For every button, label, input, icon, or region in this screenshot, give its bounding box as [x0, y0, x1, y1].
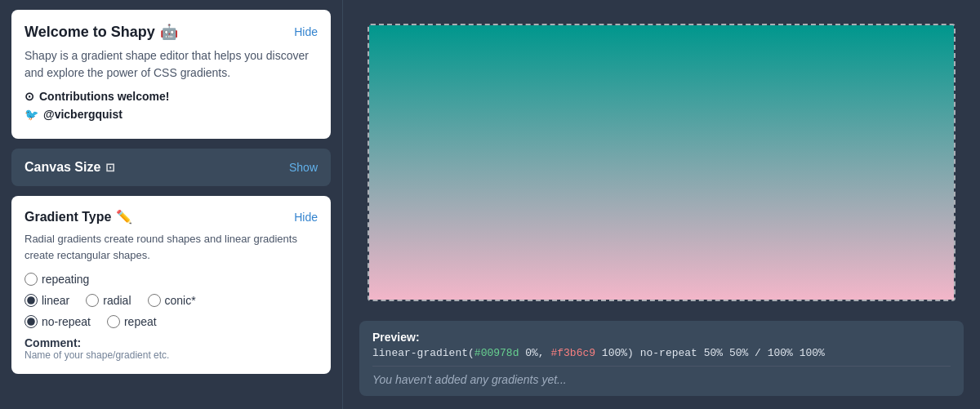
- canvas-size-title: Canvas Size ⊡: [24, 160, 115, 175]
- robot-icon: 🤖: [160, 23, 178, 41]
- preview-divider: [372, 366, 951, 367]
- canvas-size-header: Canvas Size ⊡ Show: [24, 160, 318, 175]
- sidebar: Welcome to Shapy 🤖 Hide Shapy is a gradi…: [0, 0, 343, 409]
- welcome-title: Welcome to Shapy 🤖: [24, 23, 178, 41]
- conic-option[interactable]: conic*: [148, 294, 196, 307]
- repeating-label: repeating: [42, 273, 89, 286]
- repeating-radio[interactable]: [24, 273, 38, 286]
- comment-hint: Name of your shape/gradient etc.: [24, 349, 318, 361]
- repeat-mode-row: no-repeat repeat: [24, 315, 318, 328]
- gradient-type-description: Radial gradients create round shapes and…: [24, 231, 318, 263]
- repeat-option[interactable]: repeat: [107, 315, 157, 328]
- gradient-type-hide-button[interactable]: Hide: [294, 211, 318, 224]
- preview-code: linear-gradient(#00978d 0%, #f3b6c9 100%…: [372, 347, 951, 359]
- radial-label: radial: [103, 294, 131, 307]
- preview-code-0pct: 0%,: [519, 347, 550, 359]
- comment-label: Comment:: [24, 336, 318, 349]
- gradient-type-header: Gradient Type ✏️ Hide: [24, 209, 318, 225]
- welcome-description: Shapy is a gradient shape editor that he…: [24, 47, 318, 82]
- preview-section: Preview: linear-gradient(#00978d 0%, #f3…: [359, 321, 964, 396]
- canvas-size-title-text: Canvas Size: [24, 160, 100, 175]
- preview-code-prefix: linear-gradient(: [372, 347, 474, 359]
- linear-radio[interactable]: [24, 294, 38, 307]
- preview-color2: #f3b6c9: [550, 347, 595, 359]
- linear-option[interactable]: linear: [24, 294, 69, 307]
- twitter-link[interactable]: 🐦 @vicbergquist: [24, 108, 318, 121]
- github-link[interactable]: ⊙ Contributions welcome!: [24, 90, 318, 103]
- gradient-type-row: linear radial conic*: [24, 294, 318, 307]
- twitter-icon: 🐦: [24, 108, 38, 121]
- main-area: Preview: linear-gradient(#00978d 0%, #f3…: [343, 0, 980, 409]
- welcome-card: Welcome to Shapy 🤖 Hide Shapy is a gradi…: [11, 10, 331, 139]
- no-repeat-option[interactable]: no-repeat: [24, 315, 91, 328]
- welcome-title-text: Welcome to Shapy: [24, 24, 155, 41]
- repeat-radio[interactable]: [107, 315, 120, 328]
- welcome-card-header: Welcome to Shapy 🤖 Hide: [24, 23, 318, 41]
- canvas-area: [359, 13, 964, 311]
- no-repeat-label: no-repeat: [42, 315, 91, 328]
- repeating-option[interactable]: repeating: [24, 273, 89, 286]
- preview-label: Preview:: [372, 331, 951, 344]
- gradient-canvas: [368, 24, 956, 301]
- radial-option[interactable]: radial: [86, 294, 131, 307]
- canvas-size-section: Canvas Size ⊡ Show: [11, 149, 331, 186]
- gradient-type-title-text: Gradient Type: [24, 210, 111, 225]
- preview-color1: #00978d: [474, 347, 519, 359]
- twitter-link-text: @vicbergquist: [43, 108, 122, 121]
- canvas-size-icon: ⊡: [105, 161, 115, 174]
- no-gradients-text: You haven't added any gradients yet...: [372, 373, 951, 386]
- gradient-type-card: Gradient Type ✏️ Hide Radial gradients c…: [11, 196, 331, 374]
- radial-radio[interactable]: [86, 294, 99, 307]
- repeat-row: repeating: [24, 273, 318, 286]
- welcome-hide-button[interactable]: Hide: [294, 25, 318, 38]
- conic-label: conic*: [165, 294, 196, 307]
- conic-radio[interactable]: [148, 294, 161, 307]
- preview-code-100pct: 100%) no-repeat 50% 50% / 100% 100%: [595, 347, 825, 359]
- github-link-text: Contributions welcome!: [39, 90, 169, 103]
- linear-label: linear: [42, 294, 69, 307]
- github-icon: ⊙: [24, 90, 34, 103]
- no-repeat-radio[interactable]: [24, 315, 38, 328]
- gradient-type-title: Gradient Type ✏️: [24, 209, 132, 225]
- repeat-label: repeat: [124, 315, 157, 328]
- canvas-size-show-button[interactable]: Show: [289, 161, 318, 174]
- gradient-type-icon: ✏️: [116, 209, 132, 225]
